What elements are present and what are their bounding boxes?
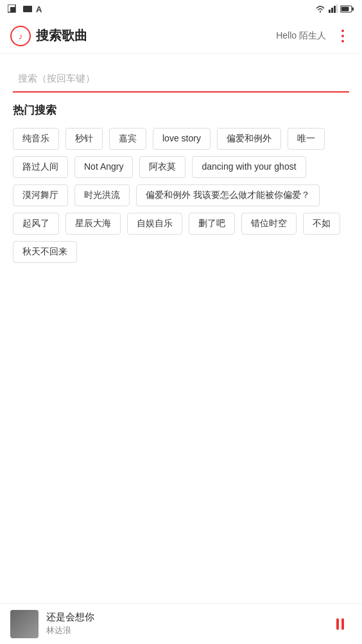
hot-search-tag[interactable]: love story (153, 128, 211, 150)
hot-search-section: 热门搜索 纯音乐秒针嘉宾love story偏爱和例外唯一路过人间Not Ang… (0, 103, 362, 263)
hot-search-tag[interactable]: 不如 (303, 213, 340, 235)
a-icon: A (36, 4, 42, 14)
wifi-icon (315, 4, 326, 13)
svg-text:♪: ♪ (19, 31, 23, 41)
hot-search-tag[interactable]: 删了吧 (189, 213, 235, 235)
hot-search-title: 热门搜索 (13, 103, 349, 118)
track-artist: 林达浪 (46, 625, 321, 636)
hot-search-tag[interactable]: 秒针 (65, 128, 103, 150)
tags-container: 纯音乐秒针嘉宾love story偏爱和例外唯一路过人间Not Angry阿衣莫… (13, 128, 349, 263)
svg-rect-4 (331, 8, 333, 13)
rect-icon (23, 6, 32, 12)
nav-title: 搜索歌曲 (36, 27, 87, 44)
status-bar-right (315, 4, 354, 13)
hot-search-tag[interactable]: 星辰大海 (65, 213, 121, 235)
nav-hello-text: Hello 陌生人 (276, 30, 326, 42)
search-section (0, 54, 362, 103)
top-nav: ♪ 搜索歌曲 Hello 陌生人 (0, 18, 362, 54)
svg-rect-8 (352, 8, 354, 11)
hot-search-tag[interactable]: 阿衣莫 (139, 156, 185, 178)
hot-search-tag[interactable]: 秋天不回来 (13, 241, 77, 263)
album-art-image (10, 610, 39, 638)
svg-rect-3 (329, 10, 331, 13)
hot-search-tag[interactable]: 嘉宾 (109, 128, 146, 150)
nav-logo: ♪ 搜索歌曲 (10, 26, 276, 46)
three-dots-icon (341, 30, 344, 42)
svg-rect-2 (23, 6, 32, 12)
nav-right: Hello 陌生人 (276, 27, 352, 45)
hot-search-tag[interactable]: 偏爱和例外 (217, 128, 281, 150)
hot-search-tag[interactable]: Not Angry (74, 156, 133, 178)
hot-search-tag[interactable]: 漠河舞厅 (13, 184, 68, 206)
svg-rect-9 (341, 7, 349, 12)
status-bar: A (0, 0, 362, 18)
hot-search-tag[interactable]: 错位时空 (241, 213, 297, 235)
signal-icon (329, 4, 338, 13)
square-icon (8, 4, 19, 13)
hot-search-tag[interactable]: 唯一 (288, 128, 325, 150)
hot-search-tag[interactable]: 起风了 (13, 213, 59, 235)
album-art (10, 610, 39, 638)
hot-search-tag[interactable]: 偏爱和例外 我该要怎么做才能被你偏爱？ (136, 184, 320, 206)
dot2 (341, 35, 344, 37)
battery-icon (340, 5, 354, 13)
hot-search-tag[interactable]: 纯音乐 (13, 128, 59, 150)
hot-search-tag[interactable]: dancing with your ghost (192, 156, 306, 178)
nav-menu-button[interactable] (334, 27, 352, 45)
svg-rect-1 (10, 7, 15, 12)
pause-bar-right (341, 618, 344, 630)
now-playing-bar: 还是会想你 林达浪 (0, 603, 362, 644)
dot1 (341, 30, 344, 32)
dot3 (341, 40, 344, 42)
pause-icon (336, 618, 344, 630)
hot-search-tag[interactable]: 时光洪流 (74, 184, 130, 206)
track-info: 还是会想你 林达浪 (46, 611, 321, 636)
pause-button[interactable] (329, 613, 352, 636)
search-input[interactable] (13, 64, 349, 93)
brand-logo-svg: ♪ (10, 26, 31, 46)
track-name: 还是会想你 (46, 611, 321, 623)
hot-search-tag[interactable]: 自娱自乐 (127, 213, 182, 235)
logo-icon: ♪ (10, 26, 31, 46)
status-bar-left: A (8, 4, 42, 14)
play-controls[interactable] (329, 613, 352, 636)
svg-rect-6 (336, 4, 338, 13)
hot-search-tag[interactable]: 路过人间 (13, 156, 68, 178)
svg-rect-5 (334, 6, 336, 13)
pause-bar-left (336, 618, 339, 630)
